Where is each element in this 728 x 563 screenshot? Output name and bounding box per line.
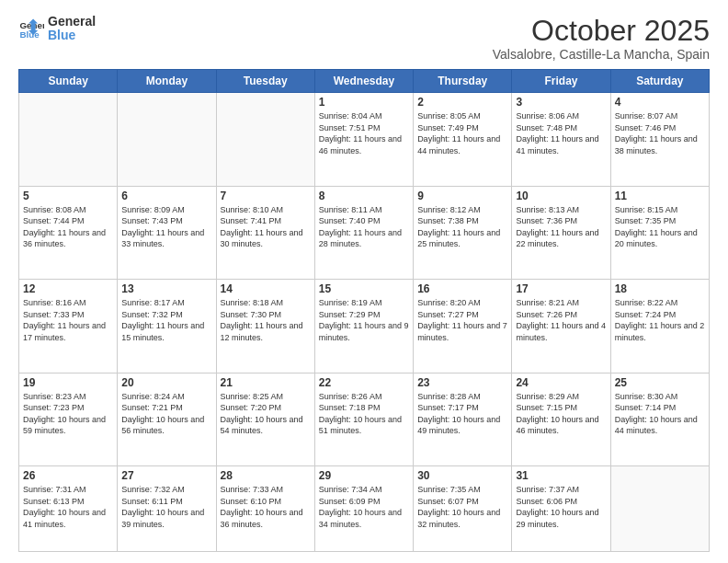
day-number: 12 xyxy=(23,282,113,295)
day-info: Sunrise: 8:22 AMSunset: 7:24 PMDaylight:… xyxy=(615,297,705,343)
day-info: Sunrise: 8:25 AMSunset: 7:20 PMDaylight:… xyxy=(221,391,311,437)
logo: General Blue General Blue xyxy=(18,15,96,43)
calendar-cell: 25Sunrise: 8:30 AMSunset: 7:14 PMDayligh… xyxy=(610,373,709,465)
day-number: 1 xyxy=(319,96,409,109)
calendar-cell xyxy=(118,93,216,186)
calendar-cell: 17Sunrise: 8:21 AMSunset: 7:26 PMDayligh… xyxy=(512,280,610,373)
calendar-cell: 16Sunrise: 8:20 AMSunset: 7:27 PMDayligh… xyxy=(414,280,512,373)
day-number: 25 xyxy=(615,376,705,389)
day-number: 4 xyxy=(615,96,705,109)
weekday-header-sunday: Sunday xyxy=(19,70,118,93)
calendar-cell: 1Sunrise: 8:04 AMSunset: 7:51 PMDaylight… xyxy=(314,93,413,186)
day-number: 14 xyxy=(221,282,311,295)
day-info: Sunrise: 7:37 AMSunset: 6:06 PMDaylight:… xyxy=(516,484,606,530)
day-number: 22 xyxy=(319,376,409,389)
calendar-cell: 24Sunrise: 8:29 AMSunset: 7:15 PMDayligh… xyxy=(512,373,610,465)
day-info: Sunrise: 8:10 AMSunset: 7:41 PMDaylight:… xyxy=(221,204,311,250)
calendar-week-2: 5Sunrise: 8:08 AMSunset: 7:44 PMDaylight… xyxy=(19,186,710,279)
day-number: 19 xyxy=(23,376,113,389)
day-info: Sunrise: 8:17 AMSunset: 7:32 PMDaylight:… xyxy=(121,297,211,343)
calendar-cell: 2Sunrise: 8:05 AMSunset: 7:49 PMDaylight… xyxy=(414,93,512,186)
day-number: 8 xyxy=(319,190,409,202)
calendar-week-4: 19Sunrise: 8:23 AMSunset: 7:23 PMDayligh… xyxy=(19,373,710,465)
day-info: Sunrise: 8:20 AMSunset: 7:27 PMDaylight:… xyxy=(417,297,507,343)
day-number: 11 xyxy=(615,190,705,202)
calendar-cell: 28Sunrise: 7:33 AMSunset: 6:10 PMDayligh… xyxy=(216,465,314,551)
day-info: Sunrise: 8:06 AMSunset: 7:48 PMDaylight:… xyxy=(516,110,606,156)
day-number: 6 xyxy=(121,190,211,202)
calendar-cell: 6Sunrise: 8:09 AMSunset: 7:43 PMDaylight… xyxy=(118,186,216,279)
day-number: 10 xyxy=(516,190,606,202)
day-info: Sunrise: 7:32 AMSunset: 6:11 PMDaylight:… xyxy=(121,484,211,530)
day-info: Sunrise: 7:33 AMSunset: 6:10 PMDaylight:… xyxy=(221,484,311,530)
day-info: Sunrise: 8:30 AMSunset: 7:14 PMDaylight:… xyxy=(615,391,705,437)
logo-general: General xyxy=(48,15,96,29)
calendar-cell: 20Sunrise: 8:24 AMSunset: 7:21 PMDayligh… xyxy=(118,373,216,465)
day-info: Sunrise: 7:35 AMSunset: 6:07 PMDaylight:… xyxy=(417,484,507,530)
day-info: Sunrise: 8:16 AMSunset: 7:33 PMDaylight:… xyxy=(23,297,113,343)
calendar-cell: 11Sunrise: 8:15 AMSunset: 7:35 PMDayligh… xyxy=(610,186,709,279)
calendar-cell: 15Sunrise: 8:19 AMSunset: 7:29 PMDayligh… xyxy=(314,280,413,373)
calendar-cell: 13Sunrise: 8:17 AMSunset: 7:32 PMDayligh… xyxy=(118,280,216,373)
calendar-cell: 5Sunrise: 8:08 AMSunset: 7:44 PMDaylight… xyxy=(19,186,118,279)
calendar-cell xyxy=(610,465,709,551)
day-info: Sunrise: 8:18 AMSunset: 7:30 PMDaylight:… xyxy=(221,297,311,343)
calendar-cell: 9Sunrise: 8:12 AMSunset: 7:38 PMDaylight… xyxy=(414,186,512,279)
day-number: 9 xyxy=(417,190,507,202)
day-number: 30 xyxy=(417,469,507,482)
day-info: Sunrise: 8:28 AMSunset: 7:17 PMDaylight:… xyxy=(417,391,507,437)
day-info: Sunrise: 8:12 AMSunset: 7:38 PMDaylight:… xyxy=(417,204,507,250)
calendar-cell: 23Sunrise: 8:28 AMSunset: 7:17 PMDayligh… xyxy=(414,373,512,465)
weekday-header-tuesday: Tuesday xyxy=(216,70,314,93)
weekday-header-wednesday: Wednesday xyxy=(314,70,413,93)
day-number: 3 xyxy=(516,96,606,109)
location: Valsalobre, Castille-La Mancha, Spain xyxy=(493,47,710,62)
calendar-week-3: 12Sunrise: 8:16 AMSunset: 7:33 PMDayligh… xyxy=(19,280,710,373)
day-info: Sunrise: 8:19 AMSunset: 7:29 PMDaylight:… xyxy=(319,297,409,343)
calendar-cell: 12Sunrise: 8:16 AMSunset: 7:33 PMDayligh… xyxy=(19,280,118,373)
day-number: 21 xyxy=(221,376,311,389)
day-info: Sunrise: 8:07 AMSunset: 7:46 PMDaylight:… xyxy=(615,110,705,156)
day-number: 7 xyxy=(221,190,311,202)
day-number: 26 xyxy=(23,469,113,482)
day-info: Sunrise: 8:24 AMSunset: 7:21 PMDaylight:… xyxy=(121,391,211,437)
calendar-cell xyxy=(216,93,314,186)
calendar-cell: 26Sunrise: 7:31 AMSunset: 6:13 PMDayligh… xyxy=(19,465,118,551)
day-info: Sunrise: 8:15 AMSunset: 7:35 PMDaylight:… xyxy=(615,204,705,250)
day-number: 17 xyxy=(516,282,606,295)
calendar-cell: 18Sunrise: 8:22 AMSunset: 7:24 PMDayligh… xyxy=(610,280,709,373)
day-info: Sunrise: 8:13 AMSunset: 7:36 PMDaylight:… xyxy=(516,204,606,250)
day-number: 13 xyxy=(121,282,211,295)
day-number: 5 xyxy=(23,190,113,202)
calendar-cell: 29Sunrise: 7:34 AMSunset: 6:09 PMDayligh… xyxy=(314,465,413,551)
day-info: Sunrise: 8:29 AMSunset: 7:15 PMDaylight:… xyxy=(516,391,606,437)
calendar-cell: 21Sunrise: 8:25 AMSunset: 7:20 PMDayligh… xyxy=(216,373,314,465)
day-number: 2 xyxy=(417,96,507,109)
day-info: Sunrise: 8:11 AMSunset: 7:40 PMDaylight:… xyxy=(319,204,409,250)
weekday-header-row: SundayMondayTuesdayWednesdayThursdayFrid… xyxy=(19,70,710,93)
page: General Blue General Blue October 2025 V… xyxy=(0,0,728,563)
title-block: October 2025 Valsalobre, Castille-La Man… xyxy=(493,15,710,62)
calendar-cell: 8Sunrise: 8:11 AMSunset: 7:40 PMDaylight… xyxy=(314,186,413,279)
header: General Blue General Blue October 2025 V… xyxy=(18,15,710,62)
day-info: Sunrise: 7:34 AMSunset: 6:09 PMDaylight:… xyxy=(319,484,409,530)
day-number: 28 xyxy=(221,469,311,482)
calendar-cell: 22Sunrise: 8:26 AMSunset: 7:18 PMDayligh… xyxy=(314,373,413,465)
day-number: 15 xyxy=(319,282,409,295)
calendar-cell: 27Sunrise: 7:32 AMSunset: 6:11 PMDayligh… xyxy=(118,465,216,551)
day-info: Sunrise: 8:05 AMSunset: 7:49 PMDaylight:… xyxy=(417,110,507,156)
calendar-week-1: 1Sunrise: 8:04 AMSunset: 7:51 PMDaylight… xyxy=(19,93,710,186)
day-number: 23 xyxy=(417,376,507,389)
logo-icon: General Blue xyxy=(18,16,44,41)
day-number: 20 xyxy=(121,376,211,389)
day-number: 24 xyxy=(516,376,606,389)
day-info: Sunrise: 8:09 AMSunset: 7:43 PMDaylight:… xyxy=(121,204,211,250)
day-info: Sunrise: 8:08 AMSunset: 7:44 PMDaylight:… xyxy=(23,204,113,250)
calendar-cell: 19Sunrise: 8:23 AMSunset: 7:23 PMDayligh… xyxy=(19,373,118,465)
day-number: 16 xyxy=(417,282,507,295)
day-number: 18 xyxy=(615,282,705,295)
calendar-cell: 14Sunrise: 8:18 AMSunset: 7:30 PMDayligh… xyxy=(216,280,314,373)
day-number: 31 xyxy=(516,469,606,482)
day-number: 29 xyxy=(319,469,409,482)
day-info: Sunrise: 8:23 AMSunset: 7:23 PMDaylight:… xyxy=(23,391,113,437)
